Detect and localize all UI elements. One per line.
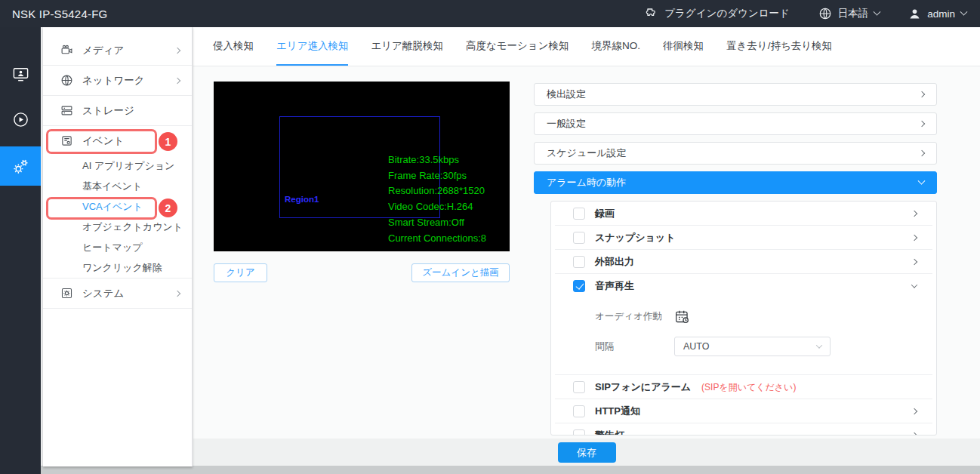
sidebar-item-label: ネットワーク <box>82 74 175 88</box>
language-label: 日本語 <box>838 7 869 20</box>
user-icon <box>908 8 921 20</box>
bottom-scroll-strip[interactable] <box>41 466 980 474</box>
accordion-label: アラーム時の動作 <box>547 176 919 189</box>
sidebar-item-system[interactable]: システム <box>43 279 192 308</box>
chevron-down-icon <box>911 282 917 288</box>
chevron-down-icon <box>874 8 881 15</box>
stat-framerate: Frame Rate:30fps <box>388 168 486 184</box>
stream-stats-overlay: Bitrate:33.5kbps Frame Rate:30fps Resolu… <box>388 152 486 246</box>
sidebar-item-network[interactable]: ネットワーク <box>43 66 192 95</box>
sidebar-item-storage[interactable]: ストレージ <box>43 96 192 125</box>
chevron-right-icon <box>174 77 180 83</box>
save-button[interactable]: 保存 <box>558 442 616 463</box>
stat-codec: Video Codec:H.264 <box>388 199 486 215</box>
video-preview-canvas[interactable]: Region1 Bitrate:33.5kbps Frame Rate:30fp… <box>214 82 510 251</box>
nav-rail <box>0 27 41 474</box>
sip-note: (SIPを開いてください) <box>701 382 796 392</box>
tab-region-entrance-detection[interactable]: エリア進入検知 <box>276 27 348 66</box>
puzzle-icon <box>645 7 658 20</box>
plugin-download-button[interactable]: プラグインのダウンロード <box>645 7 789 20</box>
user-menu[interactable]: admin <box>908 8 966 20</box>
tab-line-crossing[interactable]: 境界線NO. <box>592 27 641 66</box>
rail-live-view-button[interactable] <box>0 54 41 94</box>
settings-sidebar: メディア ネットワーク ストレージ イベント AI アプリオプション 基本イベン… <box>43 27 193 466</box>
sidebar-item-one-click-release[interactable]: ワンクリック解除 <box>43 257 192 278</box>
tab-loitering-detection[interactable]: 徘徊検知 <box>663 27 704 66</box>
sidebar-item-label: ワンクリック解除 <box>82 261 162 275</box>
region-label: Region1 <box>285 195 319 204</box>
action-label: スナップショット <box>595 231 912 245</box>
chevron-right-icon <box>919 150 925 156</box>
stat-resolution: Resolution:2688*1520 <box>388 183 486 199</box>
action-row-audio-play[interactable]: 音声再生 <box>551 274 936 297</box>
playback-icon <box>12 111 29 128</box>
chevron-right-icon <box>174 290 180 296</box>
clear-button[interactable]: クリア <box>214 263 267 282</box>
sidebar-item-ai-app-option[interactable]: AI アプリオプション <box>43 155 192 176</box>
media-camera-icon <box>60 44 73 57</box>
action-row-external-output[interactable]: 外部出力 <box>551 250 936 273</box>
sidebar-item-label: AI アプリオプション <box>82 159 174 173</box>
action-label: HTTP通知 <box>595 405 912 418</box>
vca-tab-bar: 侵入検知 エリア進入検知 エリア離脱検知 高度なモーション検知 境界線NO. 徘… <box>193 27 980 66</box>
user-label: admin <box>927 8 955 20</box>
action-row-http-notification[interactable]: HTTP通知 <box>551 399 936 423</box>
chevron-down-icon <box>960 8 968 15</box>
rail-settings-button[interactable] <box>0 146 41 186</box>
action-row-record[interactable]: 録画 <box>551 202 936 225</box>
tab-object-left-removed-detection[interactable]: 置き去り/持ち去り検知 <box>726 27 832 66</box>
rail-playback-button[interactable] <box>0 100 41 139</box>
chevron-right-icon <box>911 234 917 240</box>
tab-region-exit-detection[interactable]: エリア離脱検知 <box>371 27 442 66</box>
language-selector[interactable]: 日本語 <box>818 7 880 20</box>
chevron-right-icon <box>911 408 917 414</box>
action-row-sip-alarm[interactable]: SIPフォンにアラーム(SIPを開いてください) <box>551 375 936 399</box>
accordion-label: 検出設定 <box>547 88 920 101</box>
accordion-general-settings[interactable]: 一般設定 <box>534 112 937 135</box>
action-row-snapshot[interactable]: スナップショット <box>551 226 936 249</box>
schedule-calendar-icon[interactable] <box>674 309 690 325</box>
tab-advanced-motion-detection[interactable]: 高度なモーション検知 <box>466 27 569 66</box>
checkbox-record[interactable] <box>573 208 585 220</box>
zoom-in-draw-button[interactable]: ズームインと描画 <box>411 263 510 282</box>
sidebar-item-heatmap[interactable]: ヒートマップ <box>43 237 192 257</box>
checkbox-audio-play[interactable] <box>573 280 585 292</box>
accordion-alarm-action[interactable]: アラーム時の動作 <box>534 171 937 194</box>
network-globe-icon <box>60 74 73 88</box>
chevron-down-icon <box>918 177 926 184</box>
action-label: 警告灯 <box>595 429 912 436</box>
sidebar-item-label: ストレージ <box>82 104 180 118</box>
stat-smart-stream: Smart Stream:Off <box>388 215 486 231</box>
tab-panel: Region1 Bitrate:33.5kbps Frame Rate:30fp… <box>193 66 980 439</box>
checkbox-snapshot[interactable] <box>573 232 585 244</box>
event-icon <box>60 134 73 148</box>
sidebar-item-basic-event[interactable]: 基本イベント <box>43 176 192 196</box>
storage-icon <box>60 104 73 118</box>
stat-connections: Current Connections:8 <box>388 231 486 247</box>
chevron-right-icon <box>911 258 917 264</box>
sidebar-item-object-count[interactable]: オブジェクトカウント <box>43 217 192 237</box>
globe-icon <box>818 7 832 20</box>
chevron-right-icon <box>911 210 917 216</box>
tab-intrusion-detection[interactable]: 侵入検知 <box>213 27 254 66</box>
chevron-right-icon <box>919 121 925 127</box>
checkbox-external-output[interactable] <box>573 256 585 268</box>
system-icon <box>60 287 73 300</box>
chevron-down-icon <box>816 342 822 348</box>
checkbox-http-notification[interactable] <box>573 405 585 417</box>
checkbox-sip-alarm[interactable] <box>573 381 585 393</box>
device-title: NSK IP-S5424-FG <box>12 8 107 20</box>
sidebar-item-label: VCAイベント <box>82 200 143 214</box>
sidebar-item-label: オブジェクトカウント <box>82 220 183 234</box>
monitor-icon <box>12 66 29 83</box>
sidebar-item-label: 基本イベント <box>82 180 142 193</box>
accordion-detection-settings[interactable]: 検出設定 <box>534 83 937 106</box>
checkbox-warning-light[interactable] <box>573 429 585 436</box>
sidebar-item-media[interactable]: メディア <box>43 35 192 65</box>
top-bar: NSK IP-S5424-FG プラグインのダウンロード 日本語 admin <box>0 0 980 27</box>
interval-select[interactable]: AUTO <box>674 337 831 356</box>
action-row-warning-light[interactable]: 警告灯 <box>551 423 936 436</box>
accordion-schedule-settings[interactable]: スケジュール設定 <box>534 142 937 165</box>
alarm-action-panel: 録画 スナップショット 外部出力 音声再生 <box>550 201 937 436</box>
stat-bitrate: Bitrate:33.5kbps <box>388 152 486 168</box>
